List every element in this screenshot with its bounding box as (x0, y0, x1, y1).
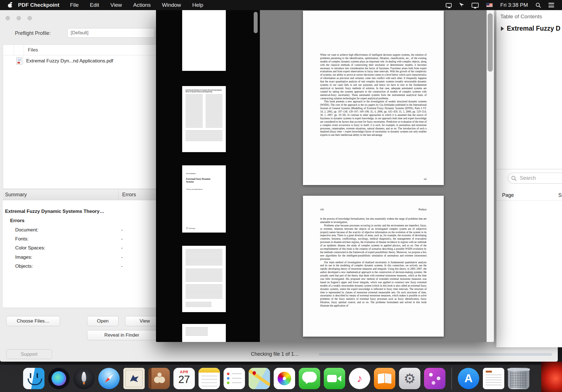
error-row-label: Color Spaces: (15, 245, 45, 251)
pdf-checkpoint-dock-icon[interactable] (424, 368, 445, 389)
photos-dock-icon[interactable] (274, 368, 295, 389)
itunes-dock-icon[interactable]: ♪ (349, 368, 370, 389)
errors-column-header[interactable]: Errors (122, 189, 136, 200)
support-button[interactable]: Support (6, 349, 52, 359)
reveal-in-finder-button[interactable]: Reveal in Finder (87, 330, 157, 340)
pdf-paragraph: Problems arise because processes occurri… (320, 224, 427, 261)
finder-dock-icon[interactable] (23, 368, 44, 389)
messages-dock-icon[interactable] (299, 368, 320, 389)
close-button[interactable] (6, 16, 10, 20)
pdf-thumbnail-copyright-page[interactable] (182, 246, 226, 312)
pdf-paragraph: This book presents a new approach to the… (320, 100, 427, 137)
file-name: Extremal Fuzzy Dyn...nd Applications.pdf (26, 58, 113, 64)
error-row-label: Document: (15, 227, 38, 233)
menu-app-name[interactable]: PDF Checkpoint (13, 0, 64, 10)
menu-file[interactable]: File (64, 0, 84, 10)
publisher-logo-icon (186, 227, 188, 229)
summary-doc-title: Extremal Fuzzy Dynamic Systems Theory… (5, 209, 104, 214)
app-store-dock-icon[interactable]: A (458, 368, 479, 389)
menu-bar-clock[interactable]: Fri 3:38 PM (500, 2, 528, 8)
keyboard-flag-icon[interactable] (486, 3, 493, 7)
pdf-page-viii: viii Preface in the process of knowledge… (303, 196, 444, 337)
spotlight-search-icon[interactable] (536, 3, 541, 8)
airplay-icon[interactable] (446, 3, 452, 7)
divider (496, 169, 562, 169)
siri-dock-icon[interactable] (48, 368, 70, 389)
thumbnail-sidebar: International Federation for Systems Res… (156, 10, 260, 342)
minimize-button[interactable] (17, 16, 21, 20)
toc-item-label: Extremal Fuzzy D (507, 25, 560, 32)
display-icon[interactable] (472, 3, 479, 8)
preflight-profile-select[interactable]: [Default] (67, 28, 155, 38)
trash-dock-icon[interactable] (508, 368, 529, 389)
app-store-glyph: A (458, 368, 479, 389)
thumb-author: Gia Sirbiladze (186, 173, 196, 174)
calendar-day: 27 (173, 374, 195, 386)
calendar-dock-icon[interactable]: APR 27 (173, 368, 195, 389)
mail-dock-icon[interactable] (123, 368, 145, 389)
error-row-label: Fonts: (15, 236, 28, 242)
thumb-publisher: Springer (189, 227, 195, 229)
desktop-wallpaper-fragment (541, 362, 562, 392)
zoom-button[interactable] (28, 16, 32, 20)
page-column-header[interactable]: Page (502, 190, 514, 201)
ibooks-dock-icon[interactable] (374, 368, 395, 389)
menu-actions[interactable]: Actions (128, 0, 156, 10)
document-app-dock-icon[interactable] (483, 368, 504, 389)
files-column-header[interactable]: Files (28, 45, 38, 55)
menu-window[interactable]: Window (156, 0, 187, 10)
errors-section-label: Errors (10, 218, 24, 224)
table-of-contents-panel: Table of Contents Extremal Fuzzy D Page … (496, 10, 562, 347)
thumbnail-scrollbar[interactable] (254, 12, 258, 33)
safari-dock-icon[interactable] (98, 368, 120, 389)
thumb-series-line1: International Federation for Systems Res… (186, 89, 222, 91)
reminders-dock-icon[interactable] (224, 368, 245, 389)
section-column-header[interactable]: S (558, 190, 562, 201)
pdf-thumbnail-partial[interactable] (182, 324, 226, 342)
page-scrollbar-track[interactable] (487, 10, 494, 342)
page-scrollbar-thumb[interactable] (488, 13, 493, 72)
thumb-series-line2: Series on Systems Science and Engineerin… (186, 91, 222, 93)
error-row-value: - (121, 254, 123, 260)
menu-help[interactable]: Help (187, 0, 209, 10)
pdf-page-text: When we want to achieve high effectivene… (320, 53, 427, 137)
progress-bar (319, 353, 552, 355)
pdf-file-icon (16, 57, 22, 65)
music-note-glyph: ♪ (349, 368, 370, 389)
notes-dock-icon[interactable] (199, 368, 220, 389)
dock: APR 27 ♪ ⚙ A (0, 365, 541, 392)
pdf-paragraph: in the process of knowledge formalizatio… (320, 217, 427, 224)
disclosure-triangle-icon[interactable] (501, 26, 504, 31)
gear-glyph: ⚙ (399, 368, 420, 389)
apple-menu-icon[interactable] (7, 2, 13, 8)
error-row-value: - (121, 245, 123, 251)
location-arrow-icon[interactable] (459, 3, 464, 8)
summary-column-header[interactable]: Summary (5, 189, 27, 200)
choose-files-button[interactable]: Choose Files… (6, 316, 60, 326)
error-row-value: - (121, 227, 123, 233)
contacts-dock-icon[interactable] (148, 368, 170, 389)
thumb-subtitle: Theory and Applications (186, 188, 203, 190)
pdf-page-text: in the process of knowledge formalizatio… (320, 217, 427, 308)
error-row-label: Images: (15, 254, 32, 260)
maps-dock-icon[interactable] (249, 368, 270, 389)
open-button[interactable]: Open (87, 316, 119, 326)
pdf-thumbnail-title-page[interactable]: Gia Sirbiladze Extremal Fuzzy Dynamic Sy… (182, 165, 226, 233)
facetime-dock-icon[interactable] (324, 368, 345, 389)
menu-edit[interactable]: Edit (84, 0, 105, 10)
error-row-label: Objects: (15, 263, 33, 269)
menu-view[interactable]: View (105, 0, 128, 10)
preflight-profile-label: Preflight Profile: (15, 30, 51, 36)
system-preferences-dock-icon[interactable]: ⚙ (399, 368, 420, 389)
toc-search-input[interactable] (508, 173, 562, 184)
error-row-value: - (121, 263, 123, 269)
pdf-thumbnail-blank[interactable] (182, 10, 226, 71)
notification-center-icon[interactable] (548, 2, 554, 8)
launchpad-dock-icon[interactable] (73, 368, 95, 389)
pdf-paragraph: When we want to achieve high effectivene… (320, 53, 427, 100)
window-controls (6, 16, 32, 20)
toc-results-header: Page S (496, 190, 562, 201)
toc-item[interactable]: Extremal Fuzzy D (501, 25, 560, 32)
pdf-thumbnail-series-page[interactable]: International Federation for Systems Res… (182, 86, 226, 152)
status-text: Checking file 1 of 1… (251, 351, 299, 357)
